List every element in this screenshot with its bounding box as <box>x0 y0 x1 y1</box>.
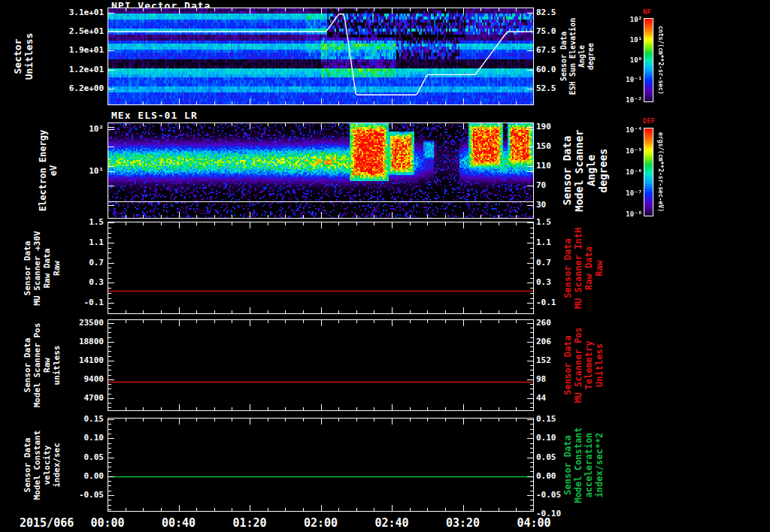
panel-scanner_pos-plot <box>108 319 534 411</box>
panel2-right-tick-2: 110 <box>536 161 562 171</box>
panel1-right-tick-0: 82.5 <box>536 8 562 18</box>
def-colorbar-tick-0: 10⁻⁴ <box>612 126 642 134</box>
def-colorbar-tick-3: 10⁻⁷ <box>612 189 642 197</box>
panel5-right-tick-1: 0.10 <box>536 433 562 443</box>
x-tick-label-3: 02:00 <box>291 516 351 530</box>
panel4-right-tick-2: 152 <box>536 355 562 366</box>
panel5-right-tick-0: 0.15 <box>536 414 562 425</box>
panel1-right-tick-1: 75.0 <box>536 26 562 37</box>
x-tick-label-1: 00:40 <box>149 516 209 530</box>
def-colorbar-tick-1: 10⁻⁵ <box>612 147 642 155</box>
nf-colorbar-tick-2: 10⁰ <box>612 56 642 64</box>
panel-model_const-plot <box>108 418 534 512</box>
panel5-right-axis-label: Sensor DataModel Constantaccelerationind… <box>562 418 605 512</box>
panel1-left-tick-1: 2.5e+01 <box>44 26 104 37</box>
panel1-right-axis-label: Sensor DataESH Sun ElevationAngledegree <box>559 8 596 105</box>
nf-colorbar-tick-4: 10⁻² <box>612 96 642 104</box>
panel2-right-tick-1: 150 <box>536 141 562 152</box>
panel5-right-tick-3: 0.00 <box>536 471 562 482</box>
panel1-left-tick-2: 1.9e+01 <box>44 45 104 56</box>
panel2-right-axis-label: Sensor DataModel ScannerAngledegrees <box>561 122 609 219</box>
x-tick-label-2: 01:20 <box>220 516 280 530</box>
panel1-left-tick-4: 6.2e+00 <box>44 83 104 94</box>
panel2-right-tick-4: 30 <box>536 200 562 210</box>
panel4-left-axis-label: Sensor DataModel Scanner PosRawunitless <box>23 319 62 411</box>
nf-colorbar-unit-label: cnts/(cm**2-sr-sec) <box>655 18 665 102</box>
nf-colorbar <box>644 18 653 102</box>
x-tick-label-6: 04:00 <box>504 516 564 530</box>
nf-colorbar-tick-0: 10² <box>612 16 642 23</box>
panel4-right-axis-label: Sensor DataMU Scanner PosTelemetryUnitle… <box>562 319 605 411</box>
def-colorbar-tick-2: 10⁻⁶ <box>612 168 642 176</box>
panel3-right-axis-label: Sensor DataMU Scanner IntHRaw DataRaw <box>562 222 605 314</box>
nf-colorbar-tick-1: 10¹ <box>612 36 642 44</box>
x-tick-label-4: 02:40 <box>362 516 422 530</box>
panel-npi-plot <box>108 8 534 105</box>
panel3-right-tick-2: 0.7 <box>536 258 562 268</box>
panel5-right-tick-2: 0.05 <box>536 452 562 463</box>
panel1-left-tick-0: 3.1e+01 <box>44 8 104 18</box>
panel2-right-tick-3: 70 <box>536 180 562 191</box>
def-colorbar-title: DEF <box>643 117 655 125</box>
panel1-right-tick-2: 67.5 <box>536 45 562 56</box>
panel-els-plot <box>108 122 534 219</box>
panel3-right-tick-0: 1.5 <box>536 217 562 228</box>
nf-colorbar-title: NF <box>643 8 651 16</box>
panel1-left-tick-3: 1.2e+01 <box>44 65 104 75</box>
def-colorbar <box>644 128 653 216</box>
nf-colorbar-tick-3: 10⁻¹ <box>612 76 642 83</box>
panel2-left-axis-label: Electron EnergyeV <box>38 122 59 219</box>
panel-mu_raw-plot <box>108 222 534 314</box>
panel4-right-tick-4: 44 <box>536 393 562 404</box>
panel2-title: MEx ELS-01 LR <box>111 110 198 121</box>
panel3-right-tick-3: 0.3 <box>536 277 562 288</box>
x-axis-date-label: 2015/066 <box>20 516 74 530</box>
panel5-left-axis-label: Sensor DataModel Constantvelocityindex/s… <box>23 418 62 512</box>
panel5-right-tick-4: -0.05 <box>536 490 562 500</box>
def-colorbar-tick-4: 10⁻⁸ <box>612 210 642 218</box>
x-tick-label-0: 00:00 <box>77 516 138 530</box>
x-tick-label-5: 03:20 <box>433 516 493 530</box>
panel4-right-tick-3: 98 <box>536 374 562 385</box>
panel3-right-tick-4: -0.1 <box>536 298 562 308</box>
def-colorbar-unit-label: ergs/(cm**2-sr-sec-eV) <box>655 128 665 216</box>
panel3-right-tick-1: 1.1 <box>536 237 562 248</box>
panel4-right-tick-1: 206 <box>536 337 562 347</box>
panel1-right-tick-4: 52.5 <box>536 83 562 94</box>
spectrogram-dashboard: NPI Vector Data MEx ELS-01 LR 2015/066 3… <box>0 0 770 532</box>
panel4-right-tick-0: 260 <box>536 318 562 328</box>
panel2-right-tick-0: 190 <box>536 122 562 132</box>
panel1-left-axis-label: SectorUnitless <box>12 8 35 105</box>
panel3-left-axis-label: Sensor DataMU Scanner +30VRaw DataRaw <box>23 222 62 314</box>
panel1-right-tick-3: 60.0 <box>536 65 562 75</box>
